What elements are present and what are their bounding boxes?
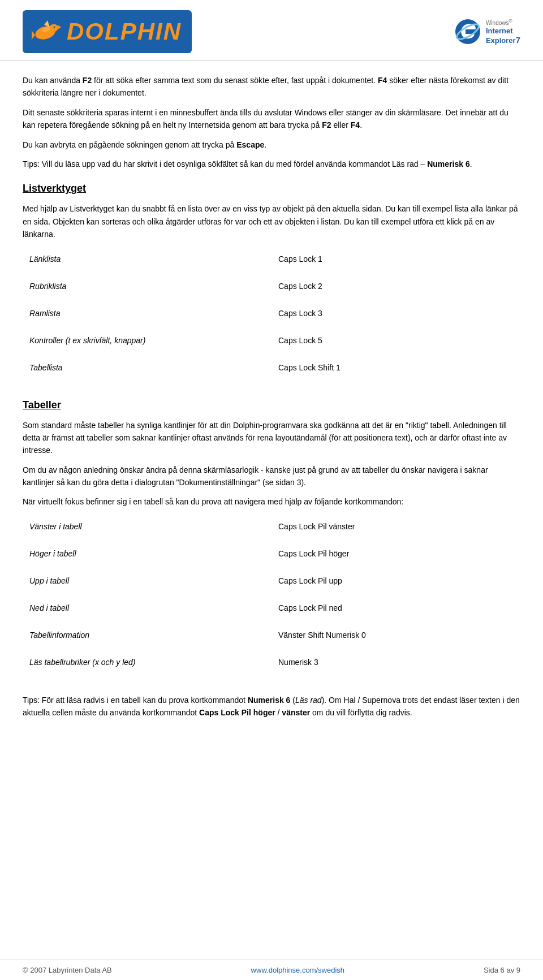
ie-icon bbox=[454, 18, 481, 45]
ie-windows-label: Windows® bbox=[486, 18, 520, 27]
ie-product-label: InternetExplorer7 bbox=[486, 27, 520, 46]
shortcut-label: Höger i tabell bbox=[23, 545, 272, 563]
section-heading-tabeller: Tabeller bbox=[23, 399, 520, 411]
shortcut-key: Caps Lock 3 bbox=[272, 304, 520, 322]
footer-page: Sida 6 av 9 bbox=[484, 966, 520, 974]
list-item: Kontroller (t ex skrivfält, knappar)Caps… bbox=[23, 331, 520, 349]
ie-logo: Windows® InternetExplorer7 bbox=[454, 18, 520, 46]
footer-url: www.dolphinse.com/swedish bbox=[251, 966, 344, 974]
paragraph-tips-numerisk6: Tips: Vill du läsa upp vad du har skrivi… bbox=[23, 158, 520, 170]
paragraph-escape: Du kan avbryta en pågående sökningen gen… bbox=[23, 139, 520, 151]
paragraph-tip-radvis: Tips: För att läsa radvis i en tabell ka… bbox=[23, 694, 520, 719]
list-item: Höger i tabellCaps Lock Pil höger bbox=[23, 545, 520, 563]
list-item: Läs tabellrubriker (x och y led)Numerisk… bbox=[23, 653, 520, 671]
paragraph-tabeller-2: Om du av någon anledning önskar ändra på… bbox=[23, 464, 520, 489]
list-item: RamlistaCaps Lock 3 bbox=[23, 304, 520, 322]
list-item: RubriklistaCaps Lock 2 bbox=[23, 277, 520, 295]
paragraph-f2-f4: Du kan använda F2 för att söka efter sam… bbox=[23, 74, 520, 100]
shortcut-label: Rubriklista bbox=[23, 277, 272, 295]
list-item: Vänster i tabellCaps Lock Pil vänster bbox=[23, 517, 520, 536]
shortcut-label: Kontroller (t ex skrivfält, knappar) bbox=[23, 331, 272, 349]
shortcut-key: Caps Lock Pil ned bbox=[272, 599, 520, 617]
list-item: LänklistaCaps Lock 1 bbox=[23, 250, 520, 268]
footer: © 2007 Labyrinten Data AB www.dolphinse.… bbox=[0, 960, 543, 980]
shortcut-key: Caps Lock Shift 1 bbox=[272, 359, 520, 377]
paragraph-minnesbuffert: Ditt senaste sökkriteria sparas internt … bbox=[23, 106, 520, 132]
ie-text-block: Windows® InternetExplorer7 bbox=[486, 18, 520, 46]
shortcut-label: Ned i tabell bbox=[23, 599, 272, 617]
list-item: Upp i tabellCaps Lock Pil upp bbox=[23, 572, 520, 590]
shortcut-label: Tabellista bbox=[23, 359, 272, 377]
shortcut-label: Länklista bbox=[23, 250, 272, 268]
shortcut-label: Vänster i tabell bbox=[23, 517, 272, 536]
header: DOLPHIN Windows® InternetExplorer7 bbox=[0, 0, 543, 61]
shortcut-label: Tabellinformation bbox=[23, 626, 272, 644]
list-item: Ned i tabellCaps Lock Pil ned bbox=[23, 599, 520, 617]
dolphin-logo: DOLPHIN bbox=[23, 10, 192, 53]
ie-logo-inner: Windows® InternetExplorer7 bbox=[454, 18, 520, 46]
shortcut-label: Ramlista bbox=[23, 304, 272, 322]
page: DOLPHIN Windows® InternetExplorer7 bbox=[0, 0, 543, 980]
shortcut-key: Caps Lock 2 bbox=[272, 277, 520, 295]
shortcut-key: Caps Lock Pil höger bbox=[272, 545, 520, 563]
paragraph-tabeller-1: Som standard måste tabeller ha synliga k… bbox=[23, 419, 520, 457]
shortcut-key: Caps Lock Pil vänster bbox=[272, 517, 520, 536]
shortcut-label: Läs tabellrubriker (x och y led) bbox=[23, 653, 272, 671]
shortcut-key: Caps Lock 5 bbox=[272, 331, 520, 349]
shortcut-key: Caps Lock 1 bbox=[272, 250, 520, 268]
dolphin-brand-text: DOLPHIN bbox=[67, 18, 182, 45]
main-content: Du kan använda F2 för att söka efter sam… bbox=[0, 74, 543, 743]
dolphin-icon bbox=[28, 15, 62, 49]
shortcut-key: Caps Lock Pil upp bbox=[272, 572, 520, 590]
listverktyget-shortcuts-table: LänklistaCaps Lock 1RubriklistaCaps Lock… bbox=[23, 250, 520, 386]
paragraph-listverktyget: Med hjälp av Listverktyget kan du snabbt… bbox=[23, 202, 520, 240]
list-item: TabellinformationVänster Shift Numerisk … bbox=[23, 626, 520, 644]
svg-point-6 bbox=[54, 27, 55, 28]
shortcut-label: Upp i tabell bbox=[23, 572, 272, 590]
footer-copyright: © 2007 Labyrinten Data AB bbox=[23, 966, 112, 974]
tabeller-shortcuts-table: Vänster i tabellCaps Lock Pil vänsterHög… bbox=[23, 517, 520, 680]
shortcut-key: Vänster Shift Numerisk 0 bbox=[272, 626, 520, 644]
list-item: TabellistaCaps Lock Shift 1 bbox=[23, 359, 520, 377]
shortcut-key: Numerisk 3 bbox=[272, 653, 520, 671]
paragraph-tabeller-3: När virtuellt fokus befinner sig i en ta… bbox=[23, 495, 520, 508]
section-heading-listverktyget: Listverktyget bbox=[23, 183, 520, 195]
